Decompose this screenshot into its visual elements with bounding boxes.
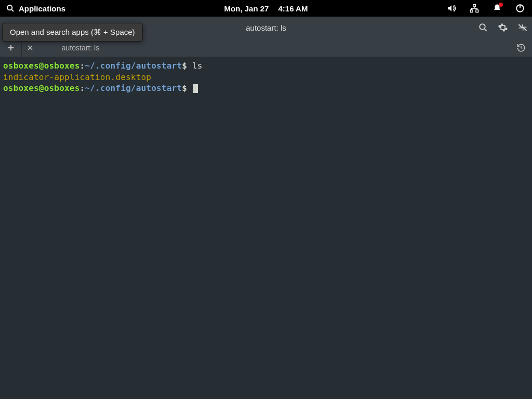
svg-point-7 — [480, 24, 485, 30]
svg-rect-4 — [476, 10, 478, 12]
settings-icon[interactable] — [498, 22, 508, 33]
volume-icon[interactable] — [447, 4, 456, 13]
power-icon[interactable] — [515, 4, 525, 13]
svg-line-14 — [521, 48, 522, 49]
prompt-user-host: osboxes@osboxes — [3, 61, 80, 71]
prompt-dollar: $ — [182, 83, 192, 93]
prompt-user-host: osboxes@osboxes — [3, 83, 80, 93]
terminal-prompt-line: osboxes@osboxes:~/.config/autostart$ ls — [3, 60, 529, 72]
prompt-colon: : — [80, 61, 85, 71]
panel-time: 4:16 AM — [278, 4, 308, 13]
svg-line-1 — [11, 9, 14, 11]
svg-rect-3 — [471, 10, 473, 12]
tooltip-text: Open and search apps (⌘ + Space) — [10, 28, 135, 36]
prompt-dollar: $ — [182, 61, 192, 71]
svg-point-0 — [7, 5, 12, 10]
search-icon — [6, 4, 15, 12]
prompt-path: ~/.config/autostart — [85, 83, 182, 93]
output-text: indicator-application.desktop — [3, 72, 151, 82]
terminal-prompt-line: osboxes@osboxes:~/.config/autostart$ — [3, 83, 529, 94]
panel-date: Mon, Jan 27 — [224, 4, 269, 13]
prompt-colon: : — [80, 83, 85, 93]
svg-line-8 — [485, 29, 487, 31]
top-panel: Applications Mon, Jan 27 4:16 AM — [0, 0, 532, 17]
history-icon[interactable] — [516, 43, 526, 52]
notification-dot-icon — [499, 3, 503, 7]
window-title: autostart: ls — [246, 23, 286, 32]
system-tray — [447, 4, 528, 13]
prompt-path: ~/.config/autostart — [85, 61, 182, 71]
restore-icon[interactable] — [517, 22, 528, 33]
applications-tooltip: Open and search apps (⌘ + Space) — [2, 23, 143, 42]
terminal-output-line: indicator-application.desktop — [3, 72, 529, 83]
applications-button[interactable]: Applications — [4, 4, 68, 13]
cursor-icon — [193, 84, 198, 93]
close-tab-icon[interactable] — [27, 45, 35, 51]
clock-area[interactable]: Mon, Jan 27 4:16 AM — [224, 4, 308, 13]
notifications-icon[interactable] — [493, 4, 502, 13]
prompt-command: ls — [192, 61, 203, 71]
terminal-area[interactable]: osboxes@osboxes:~/.config/autostart$ lsi… — [0, 57, 532, 399]
svg-rect-2 — [473, 5, 476, 7]
network-icon[interactable] — [470, 4, 479, 13]
search-button[interactable] — [478, 22, 488, 33]
tab-title: autostart: ls — [41, 44, 131, 52]
applications-label: Applications — [19, 4, 65, 13]
